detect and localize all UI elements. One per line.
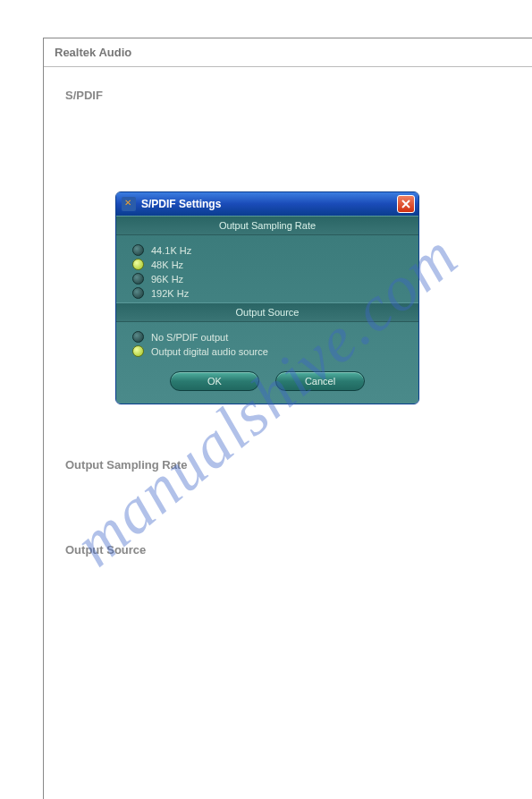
button-row: OK Cancel (116, 371, 418, 391)
radio-icon (132, 259, 144, 270)
page-header: Realtek Audio (44, 38, 532, 67)
radio-label: 96K Hz (151, 274, 183, 285)
subtitle-source: Output Source (65, 543, 532, 557)
radio-label: 192K Hz (151, 288, 189, 299)
group-header-source: Output Source (116, 302, 418, 322)
dialog-title: S/PDIF Settings (141, 198, 397, 210)
page-frame: Realtek Audio S/PDIF S/PDIF Settings Out… (43, 38, 532, 799)
spdif-settings-dialog: S/PDIF Settings Output Sampling Rate 44.… (115, 191, 419, 404)
radio-icon (132, 345, 144, 357)
radio-icon (132, 331, 144, 343)
rate-option-192[interactable]: 192K Hz (132, 287, 418, 299)
dialog-container: S/PDIF Settings Output Sampling Rate 44.… (115, 191, 419, 404)
source-option-none[interactable]: No S/PDIF output (132, 331, 418, 343)
rate-option-44[interactable]: 44.1K Hz (132, 244, 418, 256)
close-icon (401, 200, 410, 208)
rate-option-48[interactable]: 48K Hz (132, 259, 418, 270)
radio-label: No S/PDIF output (151, 332, 228, 343)
close-button[interactable] (397, 195, 415, 213)
source-option-digital[interactable]: Output digital audio source (132, 345, 418, 357)
subtitle-rate: Output Sampling Rate (65, 458, 532, 472)
section-title: S/PDIF (65, 89, 532, 102)
radio-icon (132, 244, 144, 256)
radio-label: Output digital audio source (151, 346, 268, 357)
cancel-button[interactable]: Cancel (275, 371, 365, 391)
radio-label: 44.1K Hz (151, 245, 191, 256)
group-header-rate: Output Sampling Rate (116, 216, 418, 235)
dialog-titlebar[interactable]: S/PDIF Settings (116, 192, 418, 216)
rate-options: 44.1K Hz 48K Hz 96K Hz 192K Hz (116, 244, 418, 299)
radio-icon (132, 273, 144, 285)
source-options: No S/PDIF output Output digital audio so… (116, 331, 418, 357)
dialog-body: Output Sampling Rate 44.1K Hz 48K Hz 96K… (116, 216, 418, 404)
ok-button[interactable]: OK (170, 371, 259, 391)
rate-option-96[interactable]: 96K Hz (132, 273, 418, 285)
dialog-icon (122, 197, 136, 211)
radio-icon (132, 287, 144, 299)
radio-label: 48K Hz (151, 259, 183, 270)
